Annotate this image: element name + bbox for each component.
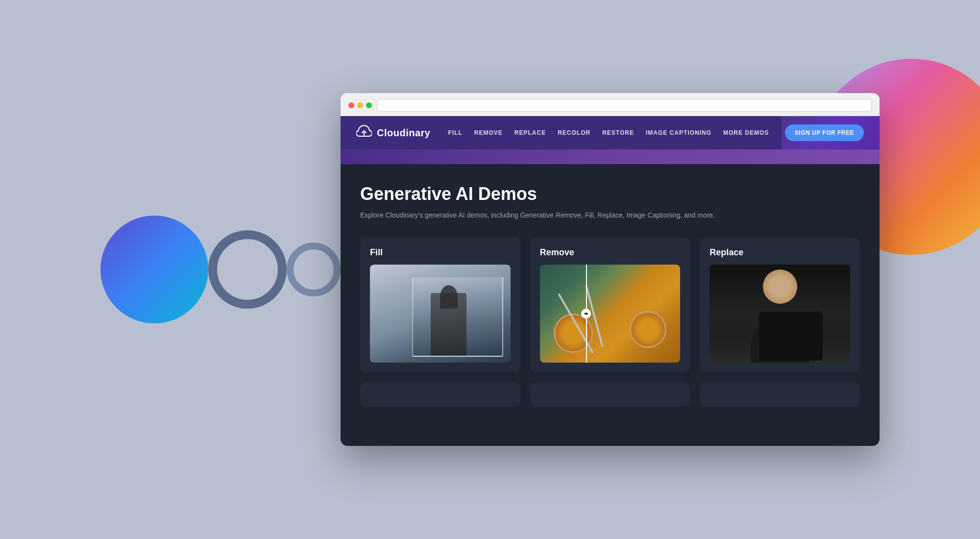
- card-fill-title: Fill: [370, 247, 511, 258]
- nav-image-captioning[interactable]: IMAGE CAPTIONING: [646, 129, 711, 136]
- card-remove-image: ◀▶: [540, 265, 681, 363]
- card-bottom-1: [360, 382, 520, 407]
- nav-more-demos[interactable]: MORE DEMOS: [723, 129, 769, 136]
- page-subtitle: Explore Cloudinary's generative AI demos…: [360, 211, 860, 219]
- card-bottom-2: [530, 382, 690, 407]
- cloudinary-logo-icon: [356, 124, 372, 142]
- card-remove[interactable]: Remove ◀▶: [530, 238, 690, 372]
- browser-window: Cloudinary FILL REMOVE REPLACE RECOLOR R…: [341, 93, 880, 446]
- page-title: Generative AI Demos: [360, 184, 860, 204]
- logo-text: Cloudinary: [377, 127, 430, 139]
- dot-red: [348, 102, 354, 108]
- nav-remove[interactable]: REMOVE: [474, 129, 503, 136]
- bg-circle-outline-small: [287, 243, 341, 296]
- nav-links: FILL REMOVE REPLACE RECOLOR RESTORE IMAG…: [448, 129, 784, 136]
- bg-circle-gradient: [100, 216, 208, 323]
- nav-recolor[interactable]: RECOLOR: [558, 129, 590, 136]
- site-content: Cloudinary FILL REMOVE REPLACE RECOLOR R…: [341, 116, 880, 446]
- card-fill[interactable]: Fill: [360, 238, 520, 372]
- navbar: Cloudinary FILL REMOVE REPLACE RECOLOR R…: [341, 116, 880, 149]
- nav-replace[interactable]: REPLACE: [514, 129, 546, 136]
- card-replace[interactable]: Replace: [700, 238, 860, 372]
- logo[interactable]: Cloudinary: [356, 124, 430, 142]
- dot-green: [366, 102, 372, 108]
- cards-row2: [360, 382, 860, 407]
- nav-restore[interactable]: RESTORE: [602, 129, 634, 136]
- card-bottom-3: [700, 382, 860, 407]
- address-bar[interactable]: [377, 99, 872, 112]
- hero-band: [341, 149, 880, 164]
- signup-button[interactable]: SIGN UP FOR FREE: [785, 124, 864, 141]
- card-replace-title: Replace: [710, 247, 850, 258]
- cards-grid: Fill Remove: [360, 238, 860, 372]
- main-content: Generative AI Demos Explore Cloudinary's…: [341, 164, 880, 446]
- nav-fill[interactable]: FILL: [448, 129, 462, 136]
- card-fill-image: [370, 265, 511, 363]
- bg-circle-outline-large: [208, 230, 287, 309]
- dot-yellow: [357, 102, 363, 108]
- card-remove-title: Remove: [540, 247, 681, 258]
- card-replace-image: [710, 265, 850, 363]
- browser-chrome: [341, 93, 880, 116]
- browser-dots: [348, 102, 372, 108]
